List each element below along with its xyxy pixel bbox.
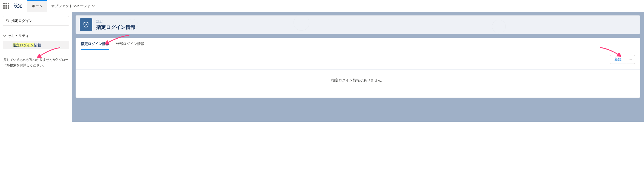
search-icon bbox=[6, 19, 10, 23]
new-button[interactable]: 新規 bbox=[610, 55, 626, 64]
tree-parent-security[interactable]: セキュリティ bbox=[3, 32, 69, 39]
panel-tab-label: 指定ログイン情報 bbox=[81, 42, 109, 46]
panel-actions: 新規 bbox=[76, 50, 640, 64]
panel-tabs: 指定ログイン情報 外部ログイン情報 bbox=[76, 38, 640, 50]
new-button-dropdown[interactable] bbox=[626, 55, 635, 64]
top-nav: 設定 ホーム オブジェクトマネージャ bbox=[0, 0, 644, 12]
tree-child-named-credentials[interactable]: 指定ログイン情報 bbox=[3, 41, 69, 49]
tab-named-credentials[interactable]: 指定ログイン情報 bbox=[81, 41, 109, 50]
panel-tab-label: 外部ログイン情報 bbox=[116, 42, 144, 46]
sidebar-help-text: 探しているものが見つかりませんか? グローバル検索をお試しください。 bbox=[3, 57, 69, 68]
app-name: 設定 bbox=[12, 3, 27, 9]
page-header: 設定 指定ログイン情報 bbox=[76, 15, 640, 34]
nav-tab-label: オブジェクトマネージャ bbox=[51, 4, 90, 8]
breadcrumb: 設定 bbox=[96, 19, 136, 24]
tab-external-credentials[interactable]: 外部ログイン情報 bbox=[116, 41, 144, 50]
chevron-down-icon bbox=[3, 34, 6, 38]
nav-tab-home[interactable]: ホーム bbox=[27, 0, 47, 12]
main-content: 設定 指定ログイン情報 指定ログイン情報 外部ログイン情報 新規 指定ログイ bbox=[72, 12, 644, 122]
nav-tab-label: ホーム bbox=[32, 4, 42, 8]
tree-child-label-rest: 情報 bbox=[34, 43, 41, 47]
chevron-down-icon bbox=[92, 4, 95, 8]
caret-down-icon bbox=[629, 58, 632, 61]
empty-state-text: 指定ログイン情報がありません。 bbox=[76, 70, 640, 86]
sidebar: セキュリティ 指定ログイン情報 探しているものが見つかりませんか? グローバル検… bbox=[0, 12, 72, 122]
sidebar-search[interactable] bbox=[3, 16, 69, 26]
content-panel: 指定ログイン情報 外部ログイン情報 新規 指定ログイン情報がありません。 bbox=[76, 38, 640, 98]
tree-child-label-highlight: 指定ログイン bbox=[13, 43, 34, 47]
svg-point-0 bbox=[6, 19, 8, 21]
sidebar-search-input[interactable] bbox=[11, 19, 66, 23]
sidebar-tree: セキュリティ 指定ログイン情報 bbox=[3, 32, 69, 49]
page-title: 指定ログイン情報 bbox=[96, 24, 136, 30]
shield-icon bbox=[80, 18, 92, 31]
nav-tab-object-manager[interactable]: オブジェクトマネージャ bbox=[47, 0, 99, 12]
app-launcher-icon[interactable] bbox=[0, 3, 12, 9]
tree-parent-label: セキュリティ bbox=[8, 33, 29, 38]
